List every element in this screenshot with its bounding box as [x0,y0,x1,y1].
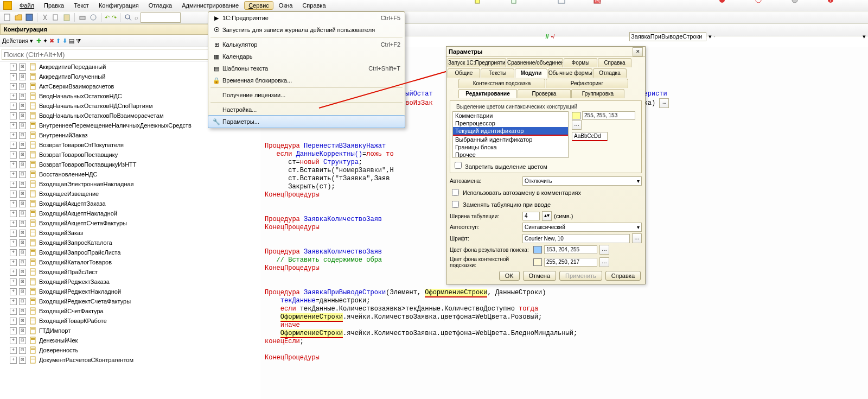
autoindent-combo[interactable]: Синтаксический▾ [522,223,642,232]
tree-item[interactable]: +⊡ВозвратТоваровПоставщикуИзНТТ [0,160,248,169]
expander-icon[interactable]: + [10,83,17,90]
menu-service[interactable]: Сервис [244,1,273,10]
tab[interactable]: Группировка [571,89,624,98]
expander-icon[interactable]: + [10,220,17,227]
apply-button[interactable]: Применить [559,271,602,281]
filter-icon[interactable]: ⧩ [76,37,81,45]
bp-dropdown-icon[interactable]: ▾ [863,33,866,40]
tree-item[interactable]: +⊡ВнутреннийЗаказ [0,130,248,140]
tab[interactable]: Рефакторинг [546,79,628,88]
dialog-close-icon[interactable]: ✕ [633,47,643,56]
tab-width-spin[interactable]: ▴▾ [542,211,552,221]
tree-item[interactable]: +⊡ВходящийЗапросПрайсЛиста [0,248,248,257]
open-icon[interactable] [14,13,23,22]
expander-icon[interactable]: + [10,171,17,178]
proc-dropdown-icon[interactable]: ▾ [709,33,712,40]
tab[interactable]: Формы [564,58,597,67]
proc-name-input[interactable] [629,32,706,41]
comment-icon[interactable]: // [545,33,548,40]
color-value[interactable]: 255, 255, 153 [582,111,635,120]
undo-icon[interactable]: ↶ [105,14,110,21]
ellipsis-button[interactable]: … [659,98,669,108]
tree-item[interactable]: +⊡ВходящийРеджектЗаказа [0,277,248,287]
tab[interactable]: Редактирование [458,89,517,98]
tab[interactable]: Сравнение/объединение [507,58,563,67]
list-item[interactable]: Границы блока [453,143,568,151]
menu-debug[interactable]: Отладка [144,1,176,10]
context-bg-color[interactable]: 255, 250, 217 [544,258,597,267]
menu-item[interactable]: 🔧Параметры... [208,115,405,128]
tab[interactable]: Запуск 1С:Предприятия [448,58,506,67]
add-icon[interactable]: ✚ [36,37,41,45]
expander-icon[interactable]: + [10,181,17,188]
toolbar-search-input[interactable] [141,12,181,23]
delete-icon[interactable]: ✖ [49,37,54,45]
tree-item[interactable]: +⊡ВосстановлениеНДС [0,169,248,179]
search-bg-button[interactable]: … [599,245,609,255]
expander-icon[interactable]: + [10,249,17,256]
menu-windows[interactable]: Окна [275,1,297,10]
wand-icon[interactable]: ✦ [43,37,48,45]
menu-item[interactable]: ▦Календарь [208,50,405,62]
expander-icon[interactable]: + [10,259,17,266]
tree-item[interactable]: +⊡ВходящийАкцептЗаказа [0,199,248,208]
uncomment-icon[interactable]: •/ [551,33,555,40]
tab[interactable]: Тексты [481,68,514,78]
menu-file[interactable]: Файл [15,1,39,10]
tree-item[interactable]: +⊡ВозвратТоваровПоставщику [0,150,248,160]
tree-item[interactable]: +⊡ВходящийКаталогТоваров [0,257,248,267]
menu-item[interactable]: ▶1С:ПредприятиеCtrl+F5 [208,12,405,24]
expander-icon[interactable]: + [10,337,17,344]
expander-icon[interactable]: + [10,318,17,325]
expander-icon[interactable]: + [10,142,17,149]
context-bg-button[interactable]: … [599,257,609,267]
expander-icon[interactable]: + [10,200,17,207]
expander-icon[interactable]: + [10,151,17,159]
up-icon[interactable]: ⬆ [56,37,61,45]
tree-item[interactable]: +⊡ВходящийТоварКРаботе [0,316,248,326]
tree-item[interactable]: +⊡ВходящийПрайсЛист [0,267,248,277]
menu-text[interactable]: Текст [69,1,93,10]
tree-item[interactable]: +⊡ВходящаяЭлектроннаяНакладная [0,179,248,189]
menu-item[interactable]: Настройка... [208,104,405,116]
tree-item[interactable]: +⊡ВходящийАкцептНакладной [0,208,248,218]
find-next-icon[interactable]: ⌕ [135,14,138,21]
expander-icon[interactable]: + [10,347,17,354]
tree-item[interactable]: +⊡ВходящееИзвещение [0,189,248,199]
menu-item[interactable]: ⊞КалькуляторCtrl+F2 [208,39,405,50]
menu-edit[interactable]: Правка [40,1,68,10]
expander-icon[interactable]: + [10,298,17,305]
tab[interactable]: Обычные формы [548,68,592,78]
tree-item[interactable]: +⊡ВходящийРеджектСчетаФактуры [0,296,248,306]
list-item[interactable]: Комментарии [453,112,568,119]
expander-icon[interactable]: + [10,230,17,237]
save-icon[interactable] [25,13,34,22]
tree-item[interactable]: +⊡ДокументРасчетовСКонтрагентом [0,355,248,365]
expander-icon[interactable]: + [10,288,17,295]
tab[interactable]: Отладка [593,68,627,78]
list-item[interactable]: Выбранный идентификатор [453,136,568,143]
new-icon[interactable] [3,13,12,22]
expander-icon[interactable]: + [10,132,17,139]
redo-icon[interactable]: ↷ [112,14,117,21]
print-icon[interactable] [78,13,87,22]
help-button[interactable]: Справка [605,271,641,281]
tree-item[interactable]: +⊡ВходящийСчетФактура [0,306,248,316]
tree-item[interactable]: +⊡ВходящийАкцептСчетаФактуры [0,218,248,228]
expander-icon[interactable]: + [10,112,17,119]
expander-icon[interactable]: + [10,278,17,286]
color-picker-button[interactable]: … [572,120,582,130]
expander-icon[interactable]: + [10,93,17,100]
list-item[interactable]: Текущий идентификатор [453,127,568,136]
config-actions-button[interactable]: Действия ▾ [2,37,33,45]
expander-icon[interactable]: + [10,103,17,110]
tab[interactable]: Модули [515,68,547,78]
expander-icon[interactable]: + [10,191,17,198]
ok-button[interactable]: OK [499,271,520,281]
down-icon[interactable]: ⬇ [62,37,67,45]
tab-width-input[interactable]: 4 [522,212,540,220]
tab[interactable]: Проверка [518,89,571,98]
tree-item[interactable]: +⊡Доверенность [0,345,248,355]
syntax-list[interactable]: КомментарииПрепроцессорТекущий идентифик… [452,111,569,158]
list-item[interactable]: Препроцессор [453,119,568,127]
